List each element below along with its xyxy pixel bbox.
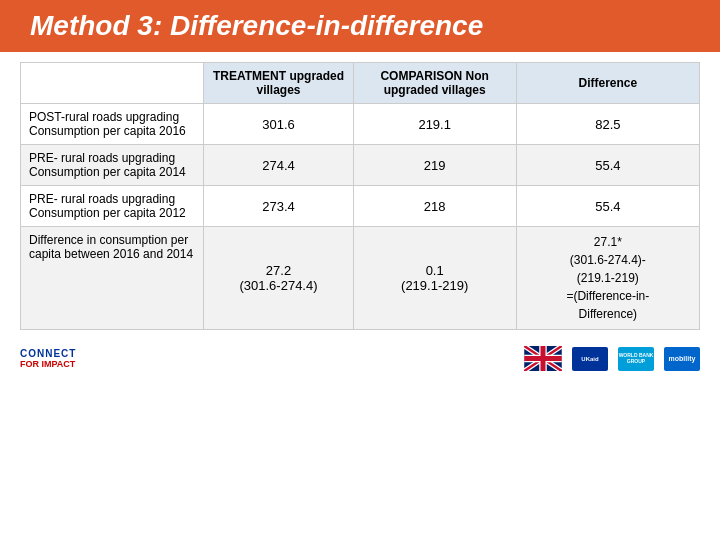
row-4-label: Difference in consumption per capita bet… [21,227,204,330]
page-title: Method 3: Difference-in-difference [0,0,720,52]
table-row: PRE- rural roads upgrading Consumption p… [21,186,700,227]
table-row: Difference in consumption per capita bet… [21,227,700,330]
row-4-treatment: 27.2(301.6-274.4) [204,227,353,330]
row-3-difference: 55.4 [516,186,699,227]
ukaid-logo: UKaid [572,347,608,371]
footer-logo-left: CONNECT FOR IMPACT [20,348,76,369]
footer-logos-right: UKaid WORLD BANK GROUP mobility [524,346,700,371]
col-header-comparison: COMPARISON Non upgraded villages [353,63,516,104]
row-3-treatment: 273.4 [204,186,353,227]
col-header-difference: Difference [516,63,699,104]
table-row: POST-rural roads upgrading Consumption p… [21,104,700,145]
worldbank-logo: WORLD BANK GROUP [618,347,654,371]
uk-flag-icon [524,346,562,371]
row-1-comparison: 219.1 [353,104,516,145]
row-1-difference: 82.5 [516,104,699,145]
mobility-logo: mobility [664,347,700,371]
table-row: PRE- rural roads upgrading Consumption p… [21,145,700,186]
row-2-treatment: 274.4 [204,145,353,186]
row-1-label: POST-rural roads upgrading Consumption p… [21,104,204,145]
row-2-comparison: 219 [353,145,516,186]
col-header-label [21,63,204,104]
footer: CONNECT FOR IMPACT UKaid WORLD BANK GROU… [0,340,720,371]
row-3-comparison: 218 [353,186,516,227]
connect-logo: CONNECT [20,348,76,359]
main-table: TREATMENT upgraded villages COMPARISON N… [20,62,700,330]
row-2-label: PRE- rural roads upgrading Consumption p… [21,145,204,186]
row-4-comparison: 0.1(219.1-219) [353,227,516,330]
row-4-difference: 27.1*(301.6-274.4)-(219.1-219)=(Differen… [516,227,699,330]
impact-logo: FOR IMPACT [20,359,75,369]
col-header-treatment: TREATMENT upgraded villages [204,63,353,104]
row-2-difference: 55.4 [516,145,699,186]
row-1-treatment: 301.6 [204,104,353,145]
row-3-label: PRE- rural roads upgrading Consumption p… [21,186,204,227]
